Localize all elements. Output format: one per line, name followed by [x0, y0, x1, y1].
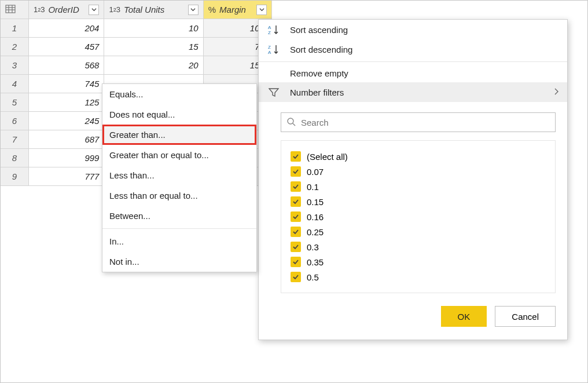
- table-row[interactable]: 12041010.0: [1, 19, 272, 38]
- search-icon: [286, 117, 296, 129]
- checkbox-checked-icon: [291, 227, 301, 237]
- cell-orderid[interactable]: 999: [28, 149, 104, 167]
- remove-empty[interactable]: Remove empty: [259, 64, 567, 82]
- filter-greater-than[interactable]: Greater than...: [102, 125, 256, 145]
- checklist-item[interactable]: 0.15: [291, 194, 546, 209]
- table-row[interactable]: 35682015.0: [1, 56, 272, 75]
- row-number: 5: [1, 93, 29, 112]
- checklist-item[interactable]: 0.16: [291, 209, 546, 224]
- column-header-label: OrderID: [48, 5, 85, 14]
- checklist-label: 0.1: [307, 182, 319, 192]
- cell-orderid[interactable]: 125: [28, 93, 104, 112]
- checklist-label: (Select all): [307, 152, 348, 162]
- cell-orderid[interactable]: 204: [28, 19, 104, 38]
- datatype-number-icon: 123: [34, 5, 45, 14]
- row-number: 6: [1, 112, 29, 130]
- checklist-item[interactable]: 0.1: [291, 179, 546, 194]
- checklist-label: 0.15: [307, 197, 324, 207]
- svg-line-10: [293, 123, 295, 126]
- column-filter-dropdown-total-units[interactable]: [188, 5, 199, 15]
- select-all-row[interactable]: (Select all): [291, 149, 546, 164]
- column-header-margin[interactable]: % Margin: [203, 1, 271, 19]
- menu-item-label: Remove empty: [290, 68, 348, 78]
- cell-orderid[interactable]: 457: [28, 38, 104, 56]
- cell-units[interactable]: 20: [104, 56, 203, 75]
- filter-lte[interactable]: Less than or equal to...: [102, 185, 256, 206]
- svg-text:Z: Z: [268, 45, 271, 50]
- sort-descending[interactable]: ZA Sort descending: [259, 39, 567, 59]
- checklist-label: 0.25: [307, 227, 324, 237]
- column-header-label: Total Units: [124, 5, 185, 14]
- cell-units[interactable]: 15: [104, 38, 203, 56]
- checklist-item[interactable]: 0.35: [291, 254, 546, 269]
- checkbox-checked-icon: [291, 166, 301, 177]
- cell-units[interactable]: 10: [104, 19, 203, 38]
- sort-desc-icon: ZA: [267, 43, 281, 55]
- filter-less-than[interactable]: Less than...: [102, 165, 256, 185]
- checkbox-checked-icon: [291, 257, 301, 267]
- checklist-label: 0.3: [307, 242, 319, 252]
- row-number: 3: [1, 56, 29, 75]
- cell-orderid[interactable]: 777: [28, 167, 104, 186]
- row-number: 9: [1, 167, 29, 186]
- filter-icon: [267, 86, 281, 98]
- menu-item-label: Number filters: [290, 87, 344, 97]
- checklist-label: 0.16: [307, 212, 324, 222]
- svg-text:A: A: [268, 25, 271, 30]
- row-number: 1: [1, 19, 29, 38]
- checkbox-checked-icon: [291, 211, 301, 222]
- table-icon: [5, 5, 16, 15]
- filter-not-equal[interactable]: Does not equal...: [102, 104, 256, 125]
- search-input[interactable]: [281, 112, 556, 132]
- checkbox-checked-icon: [291, 181, 301, 192]
- checkbox-checked-icon: [291, 196, 301, 207]
- row-number: 8: [1, 149, 29, 167]
- filter-not-in[interactable]: Not in...: [102, 251, 256, 272]
- column-header-label: Margin: [219, 5, 253, 14]
- filter-between[interactable]: Between...: [102, 206, 256, 226]
- column-filter-dropdown-margin[interactable]: [256, 5, 267, 15]
- checklist-item[interactable]: 0.3: [291, 239, 546, 254]
- cancel-button[interactable]: Cancel: [495, 306, 556, 327]
- sort-ascending[interactable]: AZ Sort ascending: [259, 20, 567, 39]
- values-checklist: (Select all) 0.070.10.150.160.250.30.350…: [281, 140, 556, 293]
- ok-button[interactable]: OK: [441, 306, 487, 327]
- column-header-orderid[interactable]: 123 OrderID: [28, 1, 104, 19]
- checklist-label: 0.07: [307, 167, 324, 177]
- svg-text:A: A: [268, 50, 271, 55]
- table-row[interactable]: 2457157.0: [1, 38, 272, 56]
- checkbox-checked-icon: [291, 151, 301, 162]
- chevron-right-icon: [553, 87, 559, 97]
- checkbox-checked-icon: [291, 242, 301, 252]
- column-header-total-units[interactable]: 123 Total Units: [104, 1, 203, 19]
- row-number: 7: [1, 130, 29, 149]
- checklist-label: 0.35: [307, 257, 324, 267]
- row-number: 2: [1, 38, 29, 56]
- row-number: 4: [1, 75, 29, 93]
- checklist-item[interactable]: 0.25: [291, 224, 546, 239]
- column-filter-dropdown-orderid[interactable]: [89, 5, 99, 15]
- datatype-number-icon: 123: [109, 5, 120, 14]
- filter-equals[interactable]: Equals...: [102, 84, 256, 104]
- cell-orderid[interactable]: 745: [28, 75, 104, 93]
- cell-orderid[interactable]: 245: [28, 112, 104, 130]
- cell-orderid[interactable]: 687: [28, 130, 104, 149]
- svg-text:Z: Z: [268, 30, 271, 35]
- svg-point-9: [288, 118, 293, 124]
- datatype-percent-icon: %: [208, 5, 216, 14]
- checklist-item[interactable]: 0.5: [291, 269, 546, 284]
- filter-in[interactable]: In...: [102, 231, 256, 251]
- svg-rect-0: [6, 5, 15, 13]
- cell-orderid[interactable]: 568: [28, 56, 104, 75]
- filter-gte[interactable]: Greater than or equal to...: [102, 145, 256, 165]
- menu-item-label: Sort descending: [290, 45, 352, 54]
- table-corner-cell: [1, 1, 29, 19]
- menu-item-label: Sort ascending: [290, 25, 348, 35]
- number-filters-submenu: Equals... Does not equal... Greater than…: [102, 83, 257, 272]
- checkbox-checked-icon: [291, 272, 301, 282]
- column-filter-panel: AZ Sort ascending ZA Sort descending Rem…: [258, 19, 568, 340]
- sort-asc-icon: AZ: [267, 24, 281, 35]
- number-filters[interactable]: Number filters: [259, 82, 567, 102]
- checklist-item[interactable]: 0.07: [291, 164, 546, 179]
- checklist-label: 0.5: [307, 272, 319, 282]
